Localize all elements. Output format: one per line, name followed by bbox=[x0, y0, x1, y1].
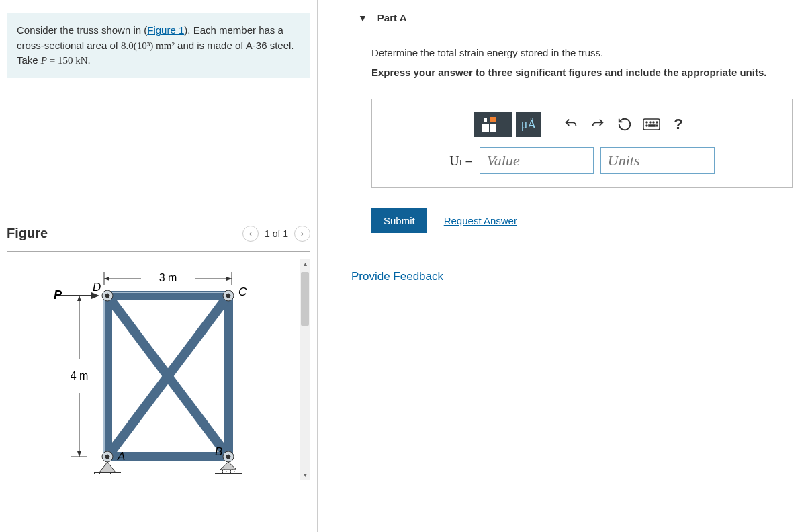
svg-marker-10 bbox=[77, 296, 81, 301]
label-D: D bbox=[93, 281, 101, 294]
part-title: Part A bbox=[377, 12, 407, 24]
svg-point-27 bbox=[226, 294, 230, 298]
p-value: = 150 kN bbox=[47, 55, 88, 66]
templates-button[interactable] bbox=[474, 112, 512, 137]
figure-heading: Figure bbox=[7, 226, 48, 241]
problem-text-1: Consider the truss shown in ( bbox=[17, 24, 147, 36]
keyboard-button[interactable] bbox=[640, 113, 663, 136]
svg-line-32 bbox=[91, 472, 95, 474]
answer-symbol: Uᵢ = bbox=[449, 152, 473, 169]
figure-pager: 1 of 1 bbox=[265, 228, 288, 239]
scroll-up-icon[interactable]: ▴ bbox=[300, 259, 310, 269]
value-input[interactable] bbox=[480, 147, 594, 174]
figure-image: 3 m 4 m P bbox=[7, 259, 310, 480]
area-value: 8.0(10³) mm² bbox=[121, 40, 175, 51]
collapse-icon: ▼ bbox=[358, 13, 367, 24]
svg-marker-37 bbox=[220, 462, 236, 470]
svg-rect-43 bbox=[490, 124, 496, 132]
svg-rect-41 bbox=[482, 124, 489, 132]
units-button[interactable]: μÅ bbox=[516, 112, 541, 137]
problem-text-4: . bbox=[88, 54, 91, 66]
figure-next-button[interactable]: › bbox=[294, 226, 310, 242]
question-prompt: Determine the total strain energy stored… bbox=[371, 44, 793, 63]
svg-point-50 bbox=[646, 125, 647, 126]
label-P: P bbox=[54, 288, 62, 302]
redo-button[interactable] bbox=[586, 113, 609, 136]
help-button[interactable]: ? bbox=[667, 113, 690, 136]
svg-point-28 bbox=[105, 455, 109, 459]
svg-rect-45 bbox=[643, 119, 660, 130]
svg-point-26 bbox=[105, 294, 109, 298]
dim-4m: 4 m bbox=[71, 370, 89, 382]
scroll-thumb[interactable] bbox=[301, 272, 309, 326]
svg-point-48 bbox=[653, 122, 654, 123]
svg-point-52 bbox=[656, 125, 658, 126]
svg-marker-5 bbox=[226, 277, 232, 281]
label-C: C bbox=[238, 285, 247, 298]
part-header[interactable]: ▼ Part A bbox=[331, 0, 793, 30]
svg-rect-44 bbox=[484, 118, 487, 122]
scroll-down-icon[interactable]: ▾ bbox=[300, 470, 310, 480]
figure-prev-button[interactable]: ‹ bbox=[242, 226, 259, 242]
label-A: A bbox=[117, 450, 125, 463]
label-B: B bbox=[215, 445, 222, 458]
answer-box: μÅ ? Uᵢ = bbox=[371, 99, 793, 188]
submit-button[interactable]: Submit bbox=[371, 208, 427, 233]
figure-scrollbar[interactable]: ▴ ▾ bbox=[300, 259, 310, 480]
undo-button[interactable] bbox=[559, 113, 582, 136]
svg-marker-4 bbox=[104, 277, 109, 281]
provide-feedback-link[interactable]: Provide Feedback bbox=[351, 270, 443, 283]
svg-rect-42 bbox=[490, 117, 496, 122]
svg-marker-30 bbox=[99, 462, 116, 472]
svg-point-46 bbox=[646, 122, 647, 123]
problem-statement: Consider the truss shown in (Figure 1). … bbox=[7, 13, 310, 78]
svg-marker-11 bbox=[77, 451, 81, 457]
figure-panel: Figure ‹ 1 of 1 › 3 m bbox=[0, 226, 317, 480]
dim-3m: 3 m bbox=[159, 272, 177, 283]
units-input[interactable] bbox=[600, 147, 715, 174]
figure-link[interactable]: Figure 1 bbox=[147, 24, 184, 36]
reset-button[interactable] bbox=[613, 113, 636, 136]
p-symbol: P bbox=[41, 55, 47, 66]
svg-rect-51 bbox=[649, 125, 655, 126]
svg-point-49 bbox=[656, 122, 658, 123]
svg-point-47 bbox=[650, 122, 651, 123]
answer-instruction: Express your answer to three significant… bbox=[371, 63, 793, 83]
request-answer-link[interactable]: Request Answer bbox=[444, 215, 517, 226]
svg-point-29 bbox=[226, 455, 230, 459]
